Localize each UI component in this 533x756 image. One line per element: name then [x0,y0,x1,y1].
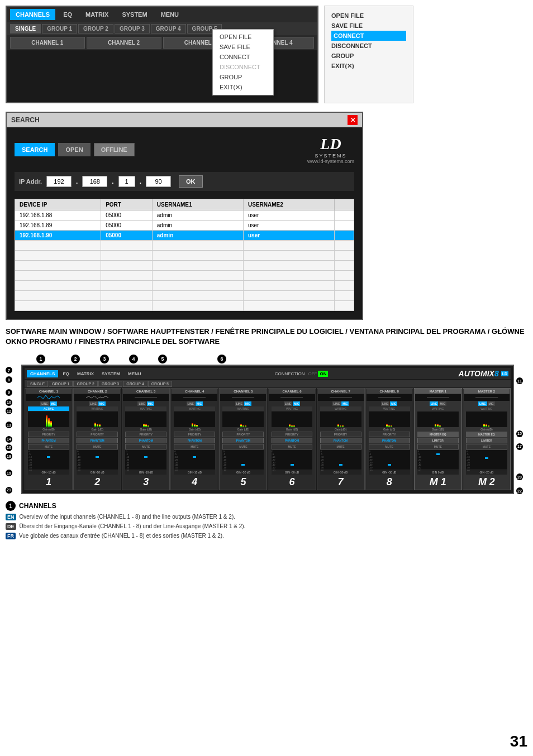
master1-line-btn[interactable]: LINE [430,401,438,406]
channel1-tab[interactable]: CHANNEL 1 [10,37,85,49]
ch4-priority-btn[interactable]: PRIORITY [174,432,215,437]
ui-group3-btn[interactable]: GROUP 3 [98,381,122,387]
rp-connect[interactable]: CONNECT [331,31,406,41]
rp-group[interactable]: GROUP [331,51,406,61]
master2-line-btn[interactable]: LINE [478,401,487,406]
ch5-fader[interactable]: 0-5-10-20-30-40-50-60 [222,450,264,470]
ch7-mic-btn[interactable]: MIC [341,401,349,406]
master2-mute-btn[interactable]: MUTE [466,444,507,449]
ip-field-1[interactable] [46,176,72,187]
ch3-phantom-btn[interactable]: PHANTOM [125,438,166,443]
ch1-line-btn[interactable]: LINE [40,401,49,406]
ch8-line-btn[interactable]: LINE [381,401,389,406]
open-button[interactable]: OPEN [58,143,90,156]
ch8-priority-btn[interactable]: PRIORITY [369,432,410,437]
table-row-selected[interactable]: 192.168.1.90 05000 admin user [15,231,354,241]
ch2-line-btn[interactable]: LINE [89,401,97,406]
master2-eq-btn[interactable]: MASTER EQ [466,432,507,437]
dropdown-open-file[interactable]: OPEN FILE [213,32,273,42]
ch5-priority-btn[interactable]: PRIORITY [222,432,264,437]
ch2-fader[interactable]: 0-5-10-20-30-40-50-60 [77,450,118,470]
dropdown-exit[interactable]: EXIT(✕) [213,82,273,93]
ch7-line-btn[interactable]: LINE [332,401,341,406]
ui-matrix-btn[interactable]: MATRIX [74,370,97,377]
dropdown-group[interactable]: GROUP [213,72,273,82]
ch3-fader[interactable]: 0-5-10-20-30-40-50-60 [125,450,166,470]
ok-button[interactable]: OK [179,175,203,188]
ui-group1-btn[interactable]: GROUP 1 [49,381,73,387]
ch4-phantom-btn[interactable]: PHANTOM [174,438,215,443]
ch6-mic-btn[interactable]: MIC [293,401,300,406]
ch6-line-btn[interactable]: LINE [284,401,292,406]
group2-btn[interactable]: GROUP 2 [78,24,113,34]
ch8-mute-btn[interactable]: MUTE [369,444,410,449]
ch5-mic-btn[interactable]: MIC [244,401,251,406]
ui-channels-btn[interactable]: CHANNELS [27,370,58,377]
ch3-mic-btn[interactable]: MIC [147,401,154,406]
dropdown-connect[interactable]: CONNECT [213,52,273,62]
rp-disconnect[interactable]: DISCONNECT [331,41,406,51]
ch1-fader[interactable]: 0-5-10-20-30-40-50-60 [28,450,69,470]
ch4-line-btn[interactable]: LINE [187,401,195,406]
table-row[interactable]: 192.168.1.89 05000 admin user [15,221,354,231]
ch2-mute-btn[interactable]: MUTE [77,444,118,449]
ch1-mic-btn[interactable]: MIC [50,401,57,406]
ch5-line-btn[interactable]: LINE [235,401,244,406]
ch7-priority-btn[interactable]: PRIORITY [320,432,361,437]
dropdown-save-file[interactable]: SAVE FILE [213,42,273,52]
ch7-fader[interactable]: 0-5-10-20-30-40-50-60 [320,450,361,470]
master2-mic-btn[interactable]: MIC [488,401,495,406]
ch3-mute-btn[interactable]: MUTE [125,444,166,449]
ip-field-4[interactable] [146,176,171,187]
master1-fader[interactable]: 0-5-10-20-30-40-50-60 [417,450,459,470]
group3-btn[interactable]: GROUP 3 [115,24,150,34]
ch5-mute-btn[interactable]: MUTE [222,444,264,449]
ch8-fader[interactable]: 0-5-10-20-30-40-50-60 [369,450,410,470]
ip-field-2[interactable] [82,176,107,187]
ch1-phantom-btn[interactable]: PHANTOM [28,438,69,443]
ui-group5-btn[interactable]: GROUP 5 [148,381,172,387]
master1-limiter-btn[interactable]: LIMITER [417,438,459,443]
matrix-nav-btn[interactable]: MATRIX [80,9,114,20]
ui-single-btn[interactable]: SINGLE [27,381,48,387]
rp-save-file[interactable]: SAVE FILE [331,21,406,31]
ip-field-3[interactable] [118,176,135,187]
ui-menu-btn[interactable]: MENU [125,370,145,377]
master1-mute-btn[interactable]: MUTE [417,444,459,449]
single-group-btn[interactable]: SINGLE [10,24,41,34]
ch6-mute-btn[interactable]: MUTE [272,444,313,449]
ch6-fader[interactable]: 0-5-10-20-30-40-50-60 [272,450,313,470]
master2-fader[interactable]: 0-5-10-20-30-40-50-60 [466,450,507,470]
master2-limiter-btn[interactable]: LIMITER [466,438,507,443]
system-nav-btn[interactable]: SYSTEM [116,9,153,20]
ch5-phantom-btn[interactable]: PHANTOM [222,438,264,443]
channel2-tab[interactable]: CHANNEL 2 [87,37,161,49]
ch7-phantom-btn[interactable]: PHANTOM [320,438,361,443]
ch6-priority-btn[interactable]: PRIORITY [272,432,313,437]
search-close-button[interactable]: ✕ [348,115,358,125]
ch2-phantom-btn[interactable]: PHANTOM [77,438,118,443]
master1-mic-btn[interactable]: MIC [439,401,446,406]
channels-nav-btn[interactable]: CHANNELS [10,9,55,20]
ch3-line-btn[interactable]: LINE [137,401,146,406]
ch1-priority-btn[interactable]: PRIORITY [28,432,69,437]
dropdown-disconnect[interactable]: DISCONNECT [213,62,273,72]
ch3-priority-btn[interactable]: PRIORITY [125,432,166,437]
ch7-mute-btn[interactable]: MUTE [320,444,361,449]
eq-nav-btn[interactable]: EQ [58,9,78,20]
rp-exit[interactable]: EXIT(✕) [331,61,406,71]
ui-system-btn[interactable]: SYSTEM [98,370,123,377]
ch2-mic-btn[interactable]: MIC [98,401,106,406]
ch1-mute-btn[interactable]: MUTE [28,444,69,449]
rp-open-file[interactable]: OPEN FILE [331,11,406,21]
menu-nav-btn[interactable]: MENU [155,9,184,20]
table-row[interactable]: 192.168.1.88 05000 admin user [15,210,354,221]
master1-eq-btn[interactable]: MASTER EQ [417,432,459,437]
ch2-priority-btn[interactable]: PRIORITY [77,432,118,437]
ch6-phantom-btn[interactable]: PHANTOM [272,438,313,443]
offline-button[interactable]: OFFLINE [94,143,135,156]
ui-group2-btn[interactable]: GROUP 2 [73,381,97,387]
group4-btn[interactable]: GROUP 4 [151,24,186,34]
ch8-mic-btn[interactable]: MIC [390,401,397,406]
ch4-mic-btn[interactable]: MIC [196,401,203,406]
